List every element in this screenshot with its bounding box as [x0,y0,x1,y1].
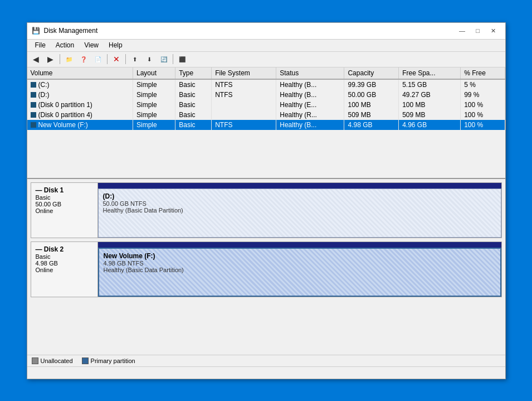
cell-volume: New Volume (F:) [27,120,133,130]
legend-box-primary [82,357,89,364]
cell-free: 4.96 GB [399,120,461,130]
col-status[interactable]: Status [276,67,344,79]
legend-label-primary: Primary partition [91,357,135,364]
partition-status: Healthy (Basic Data Partition) [103,207,496,214]
toolbar-btn-8[interactable]: ⬛ [175,53,189,65]
cell-layout: Simple [133,100,175,110]
cell-filesystem: NTFS [212,120,276,130]
cell-capacity: 99.39 GB [344,79,399,90]
disk-content[interactable]: New Volume (F:) 4.98 GB NTFS Healthy (Ba… [98,248,501,297]
disk-row: — Disk 2 Basic 4.98 GB Online New Volume… [31,241,502,297]
menu-view[interactable]: View [80,40,103,50]
window-controls: — □ ✕ [455,25,501,36]
cell-filesystem [212,110,276,120]
menu-action[interactable]: Action [51,40,79,50]
cell-free: 5.15 GB [399,79,461,90]
toolbar-btn-5[interactable]: ⬆ [128,53,141,65]
toolbar-btn-1[interactable]: 📁 [62,53,76,65]
cell-volume: (C:) [27,79,133,90]
toolbar-sep-3 [125,54,126,64]
maximize-button[interactable]: □ [471,25,485,36]
legend-unallocated: Unallocated [32,357,73,364]
toolbar: ◀ ▶ 📁 ❓ 📄 ✕ ⬆ ⬇ 🔄 ⬛ [27,52,505,67]
cell-capacity: 4.98 GB [344,120,399,130]
app-icon: 💾 [32,26,41,35]
main-window: 💾 Disk Management — □ ✕ File Action View… [27,22,506,379]
cell-type: Basic [175,120,212,130]
disk-name: — Disk 1 [36,186,93,194]
partition-title: (D:) [103,192,496,200]
cell-type: Basic [175,79,212,90]
toolbar-btn-7[interactable]: 🔄 [157,53,170,65]
legend-area: Unallocated Primary partition [27,355,505,366]
legend-label-unallocated: Unallocated [41,357,73,364]
table-area: Volume Layout Type File System Status Ca… [27,67,505,179]
col-capacity[interactable]: Capacity [344,67,399,79]
legend-primary: Primary partition [82,357,135,364]
col-layout[interactable]: Layout [133,67,175,79]
cell-layout: Simple [133,90,175,100]
disk-size: 50.00 GB [36,201,93,207]
disk-content[interactable]: (D:) 50.00 GB NTFS Healthy (Basic Data P… [98,189,501,238]
cell-pct: 100 % [461,100,505,110]
cell-layout: Simple [133,120,175,130]
table-row[interactable]: New Volume (F:) Simple Basic NTFS Health… [27,120,505,130]
disk-bar [98,183,501,189]
toolbar-sep-2 [107,54,108,64]
cell-pct: 100 % [461,110,505,120]
disk-status: Online [36,267,93,273]
menu-bar: File Action View Help [27,40,505,52]
partition-size: 50.00 GB NTFS [103,200,496,207]
legend-box-unallocated [32,357,38,364]
disk-name: — Disk 2 [36,245,93,253]
toolbar-btn-3[interactable]: 📄 [91,53,105,65]
cell-capacity: 100 MB [344,100,399,110]
cell-pct: 5 % [461,79,505,90]
cell-filesystem: NTFS [212,90,276,100]
cell-status: Healthy (E... [276,100,344,110]
disk-table: Volume Layout Type File System Status Ca… [27,67,505,130]
disk-size: 4.98 GB [36,260,93,267]
cell-volume: (Disk 0 partition 1) [27,100,133,110]
cell-type: Basic [175,100,212,110]
cell-capacity: 50.00 GB [344,90,399,100]
menu-file[interactable]: File [31,40,50,50]
col-filesystem[interactable]: File System [212,67,276,79]
disk-partition-area: New Volume (F:) 4.98 GB NTFS Healthy (Ba… [98,242,501,297]
table-row[interactable]: (Disk 0 partition 1) Simple Basic Health… [27,100,505,110]
toolbar-back[interactable]: ◀ [30,53,43,65]
cell-free: 100 MB [399,100,461,110]
cell-filesystem: NTFS [212,79,276,90]
cell-volume: (Disk 0 partition 4) [27,110,133,120]
cell-capacity: 509 MB [344,110,399,120]
cell-type: Basic [175,110,212,120]
col-type[interactable]: Type [175,67,212,79]
disk-bar [98,242,501,248]
toolbar-btn-6[interactable]: ⬇ [143,53,156,65]
disk-row: — Disk 1 Basic 50.00 GB Online (D:) 50.0… [31,182,502,238]
toolbar-btn-2[interactable]: ❓ [77,53,90,65]
minimize-button[interactable]: — [455,25,470,36]
toolbar-btn-4[interactable]: ✕ [110,53,123,65]
table-row[interactable]: (D:) Simple Basic NTFS Healthy (B... 50.… [27,90,505,100]
col-free[interactable]: Free Spa... [399,67,461,79]
table-row[interactable]: (Disk 0 partition 4) Simple Basic Health… [27,110,505,120]
cell-pct: 100 % [461,120,505,130]
col-pct[interactable]: % Free [461,67,505,79]
cell-status: Healthy (B... [276,120,344,130]
cell-filesystem [212,100,276,110]
table-row[interactable]: (C:) Simple Basic NTFS Healthy (B... 99.… [27,79,505,90]
toolbar-forward[interactable]: ▶ [44,53,57,65]
disk-info: — Disk 1 Basic 50.00 GB Online [31,183,98,238]
disk-info: — Disk 2 Basic 4.98 GB Online [31,242,98,297]
close-button[interactable]: ✕ [486,25,501,36]
window-title: Disk Management [44,27,455,35]
menu-help[interactable]: Help [104,40,127,50]
disk-status: Online [36,207,93,214]
cell-free: 509 MB [399,110,461,120]
toolbar-sep-4 [173,54,173,64]
cell-status: Healthy (B... [276,90,344,100]
status-bar [27,366,505,379]
col-volume[interactable]: Volume [27,67,133,79]
toolbar-sep-1 [60,54,60,64]
